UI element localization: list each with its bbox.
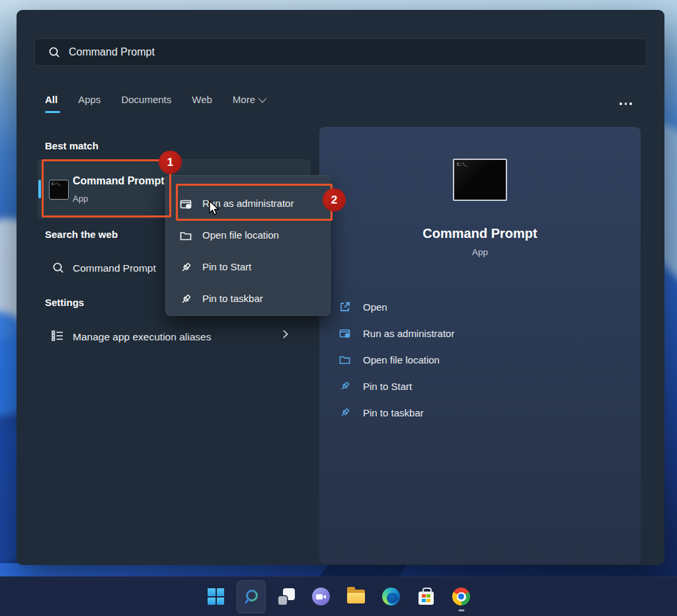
action-label: Pin to Start — [363, 381, 412, 392]
folder-icon — [339, 354, 350, 366]
taskbar — [0, 576, 677, 616]
task-view-icon — [278, 588, 295, 605]
chat-icon — [312, 588, 330, 605]
taskbar-search-button[interactable] — [237, 580, 266, 613]
menu-item-pin-to-start[interactable]: Pin to Start — [166, 252, 330, 284]
settings-result[interactable]: Manage app execution aliases — [73, 331, 211, 343]
search-flyout: All Apps Documents Web More Best match C… — [17, 10, 664, 565]
cmd-icon-text: C:\ — [457, 162, 465, 167]
run-admin-icon — [339, 328, 350, 339]
edge-button[interactable] — [377, 580, 406, 613]
open-icon — [339, 301, 350, 313]
start-icon — [208, 588, 224, 605]
search-icon — [243, 588, 260, 605]
task-view-button[interactable] — [272, 580, 301, 613]
store-button[interactable] — [412, 580, 441, 613]
chevron-right-icon[interactable] — [280, 330, 288, 338]
running-indicator — [458, 609, 464, 611]
action-label: Open file location — [363, 354, 440, 366]
file-explorer-button[interactable] — [342, 580, 371, 613]
wallpaper-shape — [320, 564, 408, 576]
chat-button[interactable] — [307, 580, 336, 613]
search-filter-tabs: All Apps Documents Web More — [45, 89, 264, 109]
desktop: All Apps Documents Web More Best match C… — [0, 0, 677, 616]
chrome-button[interactable] — [447, 580, 476, 613]
menu-item-label: Open file location — [202, 229, 279, 241]
tab-more-label: More — [233, 94, 255, 105]
tab-all[interactable]: All — [45, 94, 58, 105]
action-pin-to-taskbar[interactable]: Pin to taskbar — [319, 400, 641, 426]
command-prompt-icon: C:\_ — [453, 159, 507, 201]
preview-subtitle: App — [319, 247, 641, 257]
settings-heading: Settings — [45, 297, 84, 308]
ellipsis-icon[interactable] — [619, 102, 632, 105]
menu-item-label: Pin to taskbar — [202, 293, 263, 304]
selection-accent-bar — [38, 180, 41, 198]
search-input[interactable] — [69, 46, 624, 58]
mouse-cursor — [207, 200, 223, 217]
search-icon — [48, 46, 60, 58]
list-icon — [51, 329, 64, 342]
chevron-down-icon — [259, 94, 267, 102]
search-box[interactable] — [34, 38, 647, 66]
search-icon — [52, 262, 64, 274]
annotation-badge-2: 2 — [323, 188, 346, 212]
menu-item-label: Pin to Start — [202, 261, 251, 272]
action-label: Pin to taskbar — [363, 407, 424, 418]
menu-item-open-file-location[interactable]: Open file location — [166, 220, 330, 252]
annotation-box-1 — [42, 159, 171, 217]
annotation-box-2 — [176, 184, 333, 221]
pin-icon — [339, 381, 350, 392]
tab-apps[interactable]: Apps — [78, 94, 100, 105]
web-search-result[interactable]: Command Prompt — [73, 262, 156, 274]
preview-title: Command Prompt — [319, 226, 641, 241]
best-match-heading: Best match — [45, 140, 99, 151]
pin-icon — [339, 407, 350, 418]
store-icon — [418, 592, 434, 605]
menu-item-pin-to-taskbar[interactable]: Pin to taskbar — [166, 284, 330, 315]
tab-documents[interactable]: Documents — [121, 94, 171, 105]
web-search-heading: Search the web — [45, 229, 118, 240]
edge-icon — [382, 588, 400, 605]
folder-icon — [180, 230, 192, 242]
tab-web[interactable]: Web — [192, 94, 212, 105]
pin-icon — [180, 293, 192, 305]
action-label: Open — [363, 301, 387, 313]
preview-pane: C:\_ Command Prompt App Open Run as admi… — [319, 127, 641, 564]
action-run-as-administrator[interactable]: Run as administrator — [319, 321, 641, 347]
action-open-file-location[interactable]: Open file location — [319, 347, 641, 373]
file-explorer-icon — [347, 590, 365, 603]
chrome-icon — [452, 588, 470, 605]
start-button[interactable] — [202, 580, 231, 613]
action-open[interactable]: Open — [319, 294, 641, 321]
tab-more[interactable]: More — [233, 94, 264, 105]
action-label: Run as administrator — [363, 328, 454, 339]
action-pin-to-start[interactable]: Pin to Start — [319, 373, 641, 400]
annotation-badge-1: 1 — [159, 151, 182, 174]
pin-icon — [180, 262, 192, 274]
